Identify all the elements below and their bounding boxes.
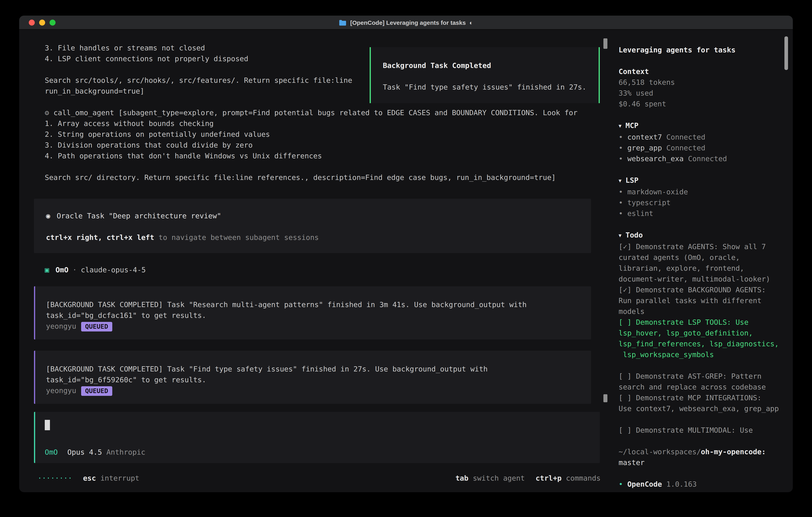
status-left: ········escinterrupt [37, 472, 140, 483]
mcp-item: •websearch_exaConnected [618, 153, 783, 164]
folder-icon [339, 19, 347, 25]
close-button[interactable] [29, 20, 35, 26]
message-meta: yeongyuQUEUED [46, 385, 581, 396]
todo-line: [ ] Demonstrate MCP INTEGRATIONS: [618, 392, 783, 403]
mcp-item-status: Connected [666, 133, 705, 141]
bullet-icon: • [618, 133, 623, 141]
chevron-down-icon: ▼ [618, 233, 621, 238]
todo-line: Use context7, websearch_exa, grep_app [618, 403, 783, 414]
todo-line: search and replace across codebase [618, 381, 783, 392]
titlebar[interactable]: [OpenCode] Leveraging agents for tasks ◐ [19, 16, 793, 30]
chevron-down-icon: ▼ [618, 178, 621, 184]
lsp-item-name: markdown-oxide [628, 188, 688, 196]
bullet-icon: • [618, 209, 623, 218]
bullet-icon: • [618, 154, 623, 163]
input-footer: OmOOpus 4.5Anthropic [45, 446, 590, 457]
context-used: 33% used [618, 87, 783, 98]
todo-line: [✓] Demonstrate BACKGROUND AGENTS: [618, 284, 783, 295]
opencode-version: •OpenCode1.0.163 [618, 479, 783, 489]
mcp-item: •grep_appConnected [618, 142, 783, 153]
esc-key-hint: esc [83, 474, 96, 482]
todo-line: document-writer, multimodal-looker) [618, 273, 783, 284]
agent-separator: · [72, 266, 77, 274]
sidebar-scrollbar-thumb[interactable] [784, 36, 788, 70]
window-title: [OpenCode] Leveraging agents for tasks ◐ [339, 19, 473, 26]
context-tokens: 66,518 tokens [618, 77, 783, 87]
todo-line: [ ] Demonstrate LSP TOOLS: Use [618, 317, 783, 327]
window-title-text: [OpenCode] Leveraging agents for tasks [350, 19, 466, 26]
opencode-version-number: 1.0.163 [666, 480, 697, 488]
terminal-line: 1. Array access without bounds checking [34, 118, 612, 129]
lsp-item: •typescript [618, 197, 783, 208]
prompt-input[interactable]: OmOOpus 4.5Anthropic [34, 412, 600, 463]
keyboard-hint-text: to navigate between subagent sessions [154, 233, 319, 242]
terminal-pane: 3. File handles or streams not closed 4.… [19, 30, 612, 492]
todo-line: [ ] Demonstrate AST-GREP: Pattern [618, 371, 783, 381]
sidebar-title: Leveraging agents for tasks [618, 45, 783, 55]
todo-line: lsp_find_references, lsp_diagnostics, [618, 338, 783, 349]
background-task-notification: Background Task Completed Task "Find typ… [370, 47, 600, 103]
todo-item: [ ] Demonstrate MCP INTEGRATIONS: Use co… [618, 392, 783, 414]
tab-key-hint: tab [455, 474, 468, 482]
notification-body: Task "Find type safety issues" finished … [383, 82, 590, 92]
minimize-button[interactable] [39, 20, 45, 26]
mcp-item-status: Connected [666, 143, 705, 152]
todo-line: Run parallel tasks with different [618, 295, 783, 306]
interrupt-label: interrupt [100, 474, 139, 482]
tool-call-block: ⚙call_omo_agent [subagent_type=explore, … [34, 107, 612, 183]
main-scrollbar-thumb-bottom[interactable] [603, 394, 607, 402]
agent-model: claude-opus-4-5 [81, 266, 146, 274]
ctrlp-key-hint: ctrl+p [536, 474, 562, 482]
todo-line: [✓] Demonstrate AGENTS: Show all 7 [618, 241, 783, 252]
queued-badge: QUEUED [81, 322, 112, 331]
todo-line: models [618, 306, 783, 317]
terminal-line: Search src/ directory. Return specific f… [34, 172, 612, 183]
queued-badge: QUEUED [81, 386, 112, 396]
context-heading: Context [618, 66, 783, 77]
input-cursor [45, 420, 50, 430]
mcp-item-status: Connected [688, 154, 727, 163]
context-spent: $0.46 spent [618, 98, 783, 109]
todo-heading-label: Todo [626, 231, 643, 239]
message-text: task_id="bg_6f59260c" to get results. [46, 374, 581, 385]
traffic-lights [29, 20, 56, 26]
message-author: yeongyu [46, 322, 76, 330]
window-content: 3. File handles or streams not closed 4.… [19, 30, 793, 492]
todo-line: librarian, explore, frontend, [618, 263, 783, 273]
workspace-path-prefix: ~/local-workspaces/ [618, 447, 701, 456]
lsp-item: •markdown-oxide [618, 186, 783, 197]
oracle-task-title-line: ◉Oracle Task "Deep architecture review" [46, 210, 580, 221]
message-meta: yeongyuQUEUED [46, 321, 581, 331]
input-agent-label: OmO [45, 448, 58, 456]
status-moon-icon: ◐ [469, 19, 473, 26]
main-scrollbar-thumb-top[interactable] [603, 38, 607, 49]
desktop: [OpenCode] Leveraging agents for tasks ◐… [0, 0, 812, 517]
mcp-item-name: grep_app [628, 143, 662, 152]
message-text: task_id="bg_dcfac161" to get results. [46, 310, 581, 321]
oracle-task-panel[interactable]: ◉Oracle Task "Deep architecture review" … [34, 199, 591, 253]
workspace-path: ~/local-workspaces/oh-my-opencode: maste… [618, 446, 783, 468]
bullet-icon: • [618, 143, 623, 152]
todo-line: [ ] Demonstrate MULTIMODAL: Use [618, 425, 783, 435]
terminal-line: 2. String operations on potentially unde… [34, 129, 612, 140]
mcp-item-name: websearch_exa [628, 154, 684, 163]
mcp-item-name: context7 [628, 133, 662, 141]
mcp-item: •context7Connected [618, 132, 783, 142]
input-provider-label: Anthropic [106, 448, 145, 456]
todo-section-heading[interactable]: ▼Todo [618, 229, 783, 241]
lsp-section-heading[interactable]: ▼LSP [618, 175, 783, 186]
message-card: [BACKGROUND TASK COMPLETED] Task "Find t… [34, 351, 591, 404]
agent-name: OmO [56, 266, 68, 274]
oracle-task-title: Oracle Task "Deep architecture review" [57, 212, 222, 220]
spinner-dots: ········ [37, 474, 72, 482]
mcp-section-heading[interactable]: ▼MCP [618, 120, 783, 132]
branch-name: master [618, 458, 644, 467]
todo-item: [ ] Demonstrate MULTIMODAL: Use [618, 425, 783, 435]
zoom-button[interactable] [50, 20, 56, 26]
bullet-icon: • [618, 188, 623, 196]
agent-icon: ▣ [45, 266, 49, 274]
todo-item: [✓] Demonstrate BACKGROUND AGENTS: Run p… [618, 284, 783, 317]
bullet-icon: • [618, 198, 623, 207]
terminal-line: 3. Division operations that could divide… [34, 140, 612, 151]
todo-line: lsp_hover, lsp_goto_definition, [618, 327, 783, 338]
